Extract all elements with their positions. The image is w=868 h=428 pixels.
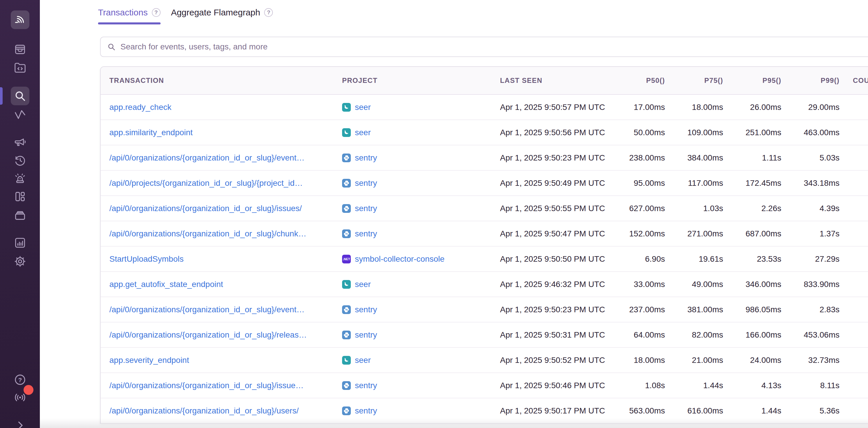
column-header-p50[interactable]: P50(): [613, 76, 665, 85]
search-bar[interactable]: [100, 37, 868, 57]
project-link[interactable]: sentry: [355, 305, 377, 314]
releases-icon[interactable]: [11, 206, 29, 225]
p99-cell: 27.29s: [781, 255, 839, 264]
column-header-p75[interactable]: P75(): [665, 76, 723, 85]
svg-text:?: ?: [18, 376, 22, 383]
transaction-link[interactable]: /api/0/organizations/{organization_id_or…: [110, 305, 305, 314]
project-link[interactable]: seer: [355, 128, 371, 137]
transaction-link[interactable]: app.severity_endpoint: [110, 356, 189, 365]
count-cell: 12k: [839, 204, 868, 213]
main-content: Transactions ? Aggregate Flamegraph ? TR…: [40, 0, 868, 428]
p75-cell: 18.00ms: [665, 103, 723, 112]
p50-cell: 17.00ms: [613, 103, 665, 112]
table-row: StartUploadSymbols .NET symbol-collector…: [101, 246, 868, 272]
transaction-link[interactable]: StartUploadSymbols: [110, 255, 184, 263]
p95-cell: 251.00ms: [723, 128, 781, 137]
transaction-cell: /api/0/organizations/{organization_id_or…: [110, 153, 342, 163]
transaction-cell: /api/0/organizations/{organization_id_or…: [110, 406, 342, 416]
transaction-cell: StartUploadSymbols: [110, 255, 342, 264]
transaction-link[interactable]: /api/0/organizations/{organization_id_or…: [110, 229, 306, 238]
transaction-link[interactable]: /api/0/organizations/{organization_id_or…: [110, 204, 302, 213]
project-link[interactable]: seer: [355, 280, 371, 289]
feedback-icon[interactable]: [11, 133, 29, 151]
stats-icon[interactable]: [11, 233, 29, 252]
explore-search-icon[interactable]: [11, 87, 29, 105]
dashboards-icon[interactable]: [11, 187, 29, 206]
transaction-link[interactable]: /api/0/organizations/{organization_id_or…: [110, 381, 304, 390]
p50-cell: 64.00ms: [613, 330, 665, 340]
tab-transactions[interactable]: Transactions ?: [98, 7, 161, 25]
project-icon: [342, 305, 351, 314]
active-nav-indicator: [0, 87, 3, 105]
column-header-p95[interactable]: P95(): [723, 76, 781, 85]
project-link[interactable]: symbol-collector-console: [355, 255, 444, 264]
column-header-last-seen[interactable]: LAST SEEN: [500, 76, 613, 85]
p50-cell: 6.90s: [613, 255, 665, 264]
project-icon: [342, 356, 351, 365]
column-header-transaction[interactable]: TRANSACTION: [110, 76, 342, 85]
project-cell: sentry: [342, 305, 500, 314]
p50-cell: 238.00ms: [613, 153, 665, 163]
p95-cell: 1.11s: [723, 153, 781, 163]
sidebar-collapse-chevron-icon[interactable]: [11, 416, 29, 428]
project-cell: seer: [342, 128, 500, 137]
count-header-label: COUNT(): [853, 76, 868, 85]
p50-cell: 1.08s: [613, 381, 665, 390]
project-icon: [342, 331, 351, 339]
transaction-link[interactable]: app.similarity_endpoint: [110, 128, 192, 137]
count-cell: 3.7k: [839, 406, 868, 416]
project-link[interactable]: sentry: [355, 229, 377, 238]
column-header-project[interactable]: PROJECT: [342, 76, 500, 85]
project-icon: [342, 381, 351, 390]
search-input[interactable]: [120, 42, 868, 52]
transaction-link[interactable]: /api/0/organizations/{organization_id_or…: [110, 330, 307, 339]
table-row: /api/0/organizations/{organization_id_or…: [101, 221, 868, 246]
last-seen-cell: Apr 1, 2025 9:50:23 PM UTC: [500, 153, 613, 163]
project-link[interactable]: sentry: [355, 204, 377, 213]
transactions-help-icon[interactable]: ?: [152, 8, 161, 17]
project-link[interactable]: sentry: [355, 381, 377, 390]
p75-cell: 49.00ms: [665, 280, 723, 289]
transaction-link[interactable]: /api/0/organizations/{organization_id_or…: [110, 153, 305, 162]
transaction-link[interactable]: app.get_autofix_state_endpoint: [110, 280, 223, 289]
transaction-link[interactable]: app.ready_check: [110, 103, 171, 112]
alerts-icon[interactable]: [11, 169, 29, 188]
p50-cell: 18.00ms: [613, 356, 665, 365]
p75-cell: 384.00ms: [665, 153, 723, 163]
tab-aggregate-flamegraph[interactable]: Aggregate Flamegraph ?: [171, 7, 273, 25]
sentry-logo-icon[interactable]: [11, 10, 29, 29]
transaction-link[interactable]: /api/0/projects/{organization_id_or_slug…: [110, 178, 303, 188]
transaction-cell: /api/0/organizations/{organization_id_or…: [110, 305, 342, 314]
column-header-count[interactable]: COUNT() ↓: [839, 76, 868, 85]
projects-icon[interactable]: [11, 59, 29, 77]
p95-cell: 172.45ms: [723, 178, 781, 188]
project-link[interactable]: sentry: [355, 330, 377, 340]
settings-icon[interactable]: [11, 252, 29, 271]
p75-cell: 19.61s: [665, 255, 723, 264]
p99-cell: 8.11s: [781, 381, 839, 390]
last-seen-cell: Apr 1, 2025 9:50:47 PM UTC: [500, 229, 613, 238]
project-link[interactable]: seer: [355, 103, 371, 112]
sidebar: ?: [0, 0, 40, 428]
aggregate-flamegraph-help-icon[interactable]: ?: [264, 8, 273, 17]
p95-cell: 1.44s: [723, 406, 781, 416]
project-link[interactable]: seer: [355, 356, 371, 365]
project-link[interactable]: sentry: [355, 406, 377, 416]
last-seen-cell: Apr 1, 2025 9:50:23 PM UTC: [500, 305, 613, 314]
project-link[interactable]: sentry: [355, 178, 377, 188]
project-link[interactable]: sentry: [355, 153, 377, 163]
traces-icon[interactable]: [11, 105, 29, 124]
transaction-link[interactable]: /api/0/organizations/{organization_id_or…: [110, 406, 299, 415]
p50-cell: 237.00ms: [613, 305, 665, 314]
p99-cell: 5.36s: [781, 406, 839, 416]
last-seen-cell: Apr 1, 2025 9:50:31 PM UTC: [500, 330, 613, 340]
p95-cell: 986.05ms: [723, 305, 781, 314]
table-row: app.similarity_endpoint seer Apr 1, 2025…: [101, 120, 868, 145]
whats-new-broadcast-icon[interactable]: [11, 388, 29, 406]
p75-cell: 1.44s: [665, 381, 723, 390]
replays-icon[interactable]: [11, 151, 29, 170]
issues-icon[interactable]: [11, 40, 29, 59]
p95-cell: 4.13s: [723, 381, 781, 390]
project-cell: sentry: [342, 381, 500, 390]
column-header-p99[interactable]: P99(): [781, 76, 839, 85]
